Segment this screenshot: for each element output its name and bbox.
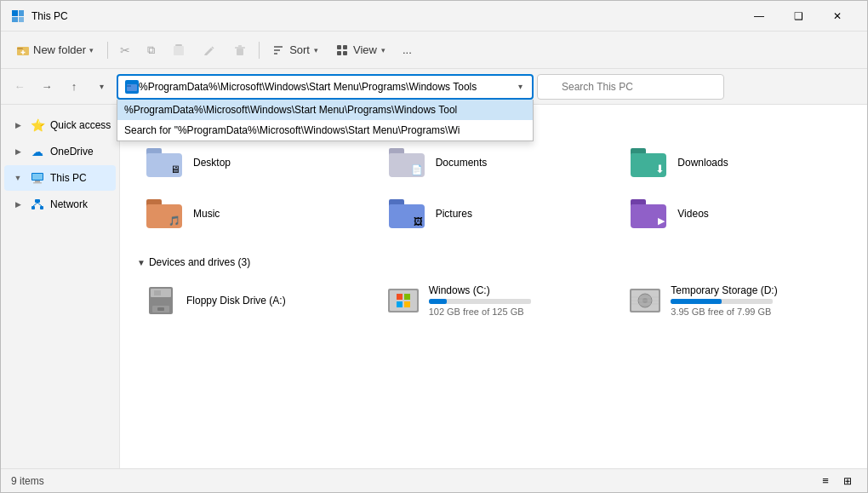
content-panel: ▼ F 🖥 Desktop — [120, 105, 867, 468]
main: ▶ ⭐ Quick access ▶ ☁ OneDrive ▼ — [1, 105, 867, 468]
copy-button[interactable]: ⧉ — [140, 37, 162, 64]
toolbar-separator-2 — [259, 42, 260, 59]
toolbar: New folder ▾ ✂ ⧉ — [1, 32, 867, 69]
pictures-label: Pictures — [436, 208, 472, 220]
svg-rect-13 — [238, 45, 242, 47]
folder-desktop[interactable]: 🖥 Desktop — [137, 140, 366, 185]
svg-rect-26 — [33, 182, 42, 184]
svg-rect-22 — [127, 85, 131, 87]
svg-rect-28 — [31, 206, 35, 209]
rename-button[interactable] — [196, 37, 223, 64]
svg-rect-2 — [12, 17, 18, 22]
paste-button[interactable] — [165, 37, 192, 64]
drives-grid: Floppy Disk Drive (A:) — [137, 278, 850, 323]
network-icon — [30, 197, 45, 212]
temp-d-bar — [671, 299, 773, 304]
svg-rect-1 — [19, 10, 24, 16]
close-button[interactable]: ✕ — [818, 3, 857, 30]
svg-rect-39 — [397, 294, 403, 300]
sidebar-item-network[interactable]: ▶ Network — [4, 192, 116, 217]
sort-icon — [271, 43, 285, 57]
sidebar-item-quick-access[interactable]: ▶ ⭐ Quick access — [4, 112, 116, 138]
sort-arrow: ▾ — [314, 46, 318, 54]
floppy-drive-name: Floppy Disk Drive (A:) — [186, 295, 286, 307]
folder-pictures[interactable]: 🖼 Pictures — [380, 192, 608, 236]
drive-floppy[interactable]: Floppy Disk Drive (A:) — [137, 278, 366, 323]
more-icon: ... — [403, 43, 412, 56]
svg-rect-29 — [40, 206, 43, 209]
more-button[interactable]: ... — [396, 37, 419, 64]
quick-access-expand: ▶ — [11, 118, 25, 132]
folder-videos[interactable]: ▶ Videos — [621, 192, 850, 236]
sidebar-item-onedrive[interactable]: ▶ ☁ OneDrive — [4, 139, 116, 164]
sort-button[interactable]: Sort ▾ — [265, 37, 325, 64]
windows-c-bar — [429, 299, 531, 304]
desktop-label: Desktop — [193, 157, 231, 169]
address-bar[interactable]: %ProgramData%\Microsoft\Windows\Start Me… — [117, 74, 534, 100]
downloads-folder-icon: ⬇ — [628, 146, 669, 180]
videos-label: Videos — [677, 208, 708, 220]
up-button[interactable]: ↑ — [62, 75, 86, 99]
svg-rect-0 — [12, 10, 18, 16]
drives-section-label: Devices and drives (3) — [149, 256, 250, 268]
this-pc-icon — [30, 170, 45, 186]
onedrive-expand: ▶ — [11, 145, 25, 158]
this-pc-expand: ▼ — [11, 171, 25, 185]
delete-button[interactable] — [226, 37, 254, 64]
search-input[interactable] — [537, 74, 724, 100]
this-pc-label: This PC — [50, 172, 87, 184]
documents-label: Documents — [436, 157, 488, 169]
minimize-button[interactable]: — — [740, 3, 779, 30]
svg-rect-42 — [404, 301, 410, 307]
address-dropdown-button[interactable]: ▾ — [508, 76, 532, 98]
videos-folder-icon: ▶ — [628, 197, 669, 231]
svg-rect-10 — [176, 44, 181, 46]
new-folder-dropdown-arrow[interactable]: ▾ — [89, 46, 94, 54]
quick-access-icon: ⭐ — [30, 118, 45, 133]
svg-rect-18 — [343, 45, 347, 49]
grid-view-button[interactable]: ⊞ — [838, 472, 857, 490]
window-icon — [11, 9, 25, 23]
drive-windows-c[interactable]: Windows (C:) 102 GB free of 125 GB — [380, 278, 608, 323]
floppy-drive-icon — [144, 284, 178, 318]
status-bar: 9 items ≡ ⊞ — [1, 468, 867, 492]
back-button[interactable]: ← — [8, 75, 31, 99]
folder-documents[interactable]: 📄 Documents — [380, 140, 608, 185]
sidebar-item-this-pc[interactable]: ▼ This PC — [4, 165, 116, 191]
svg-rect-3 — [19, 17, 24, 22]
onedrive-icon: ☁ — [30, 144, 45, 159]
svg-rect-20 — [343, 51, 347, 55]
list-view-button[interactable]: ≡ — [816, 472, 835, 490]
quick-access-label: Quick access — [50, 119, 111, 131]
svg-rect-24 — [32, 174, 43, 180]
svg-rect-12 — [235, 47, 245, 49]
downloads-label: Downloads — [677, 157, 728, 169]
network-expand: ▶ — [11, 198, 25, 211]
folder-music[interactable]: 🎵 Music — [137, 192, 366, 236]
autocomplete-dropdown: %ProgramData%\Microsoft\Windows\Start Me… — [117, 100, 534, 141]
temp-d-free: 3.95 GB free of 7.99 GB — [671, 307, 777, 317]
drives-section-chevron[interactable]: ▼ — [137, 258, 146, 267]
forward-button[interactable]: → — [35, 75, 59, 99]
view-arrow: ▾ — [381, 46, 385, 54]
autocomplete-item-1[interactable]: Search for "%ProgramData%\Microsoft\Wind… — [117, 120, 533, 140]
svg-rect-5 — [17, 48, 23, 49]
back-icon: ← — [14, 80, 26, 93]
grid-view-icon: ⊞ — [843, 475, 852, 487]
maximize-button[interactable]: ❑ — [779, 3, 818, 30]
items-count: 9 items — [11, 475, 44, 487]
pictures-folder-icon: 🖼 — [386, 197, 427, 231]
title-bar-controls: — ❑ ✕ — [740, 3, 857, 30]
cut-button[interactable]: ✂ — [113, 37, 137, 64]
svg-rect-25 — [35, 181, 40, 182]
window: This PC — ❑ ✕ New folder ▾ ✂ ⧉ — [0, 0, 868, 493]
drive-temp-d[interactable]: Temporary Storage (D:) 3.95 GB free of 7… — [621, 278, 850, 323]
view-button[interactable]: View ▾ — [328, 37, 392, 64]
folder-downloads[interactable]: ⬇ Downloads — [621, 140, 850, 185]
windows-c-info: Windows (C:) 102 GB free of 125 GB — [429, 284, 531, 317]
view-label: View — [353, 43, 377, 56]
new-folder-button[interactable]: New folder ▾ — [8, 37, 102, 64]
recent-button[interactable]: ▾ — [89, 75, 113, 99]
autocomplete-item-0[interactable]: %ProgramData%\Microsoft\Windows\Start Me… — [117, 100, 533, 120]
temp-d-name: Temporary Storage (D:) — [671, 284, 777, 296]
